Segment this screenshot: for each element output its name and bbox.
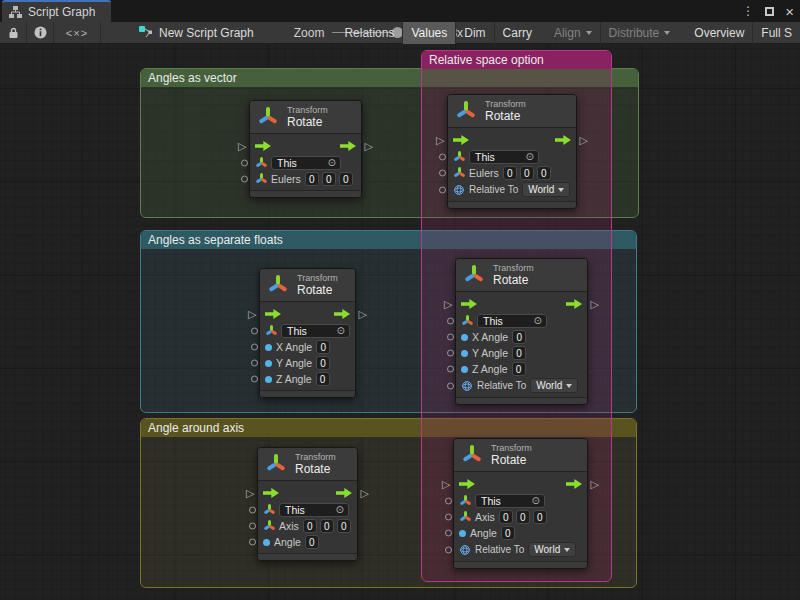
flow-in-arrow-icon[interactable] [459,479,475,489]
tab-script-graph[interactable]: Script Graph [2,0,111,22]
flow-input-port-icon[interactable] [246,488,254,499]
value-input-port-icon[interactable] [447,350,454,357]
object-picker-icon[interactable]: ⊙ [336,505,344,515]
value-field[interactable]: 0 [512,362,526,376]
flow-output-port-icon[interactable] [361,488,369,499]
value-input-port-icon[interactable] [447,366,454,373]
y-value-field[interactable]: 0 [516,510,530,524]
flow-input-port-icon[interactable] [238,141,246,152]
graph-canvas[interactable]: Angles as vector Angles as separate floa… [0,44,800,600]
flow-in-arrow-icon[interactable] [265,309,281,319]
y-value-field[interactable]: 0 [320,519,334,533]
maximize-icon[interactable] [765,7,774,16]
distribute-dropdown-button[interactable]: Distribute [601,22,679,44]
node-header[interactable]: Transform Rotate [456,259,587,292]
object-picker-icon[interactable]: ⊙ [532,496,540,506]
value-field[interactable]: 0 [512,330,526,344]
value-input-port-icon[interactable] [249,539,256,546]
value-input-port-icon[interactable] [251,376,258,383]
value-field[interactable]: 0 [501,526,515,540]
y-value-field[interactable]: 0 [520,166,534,180]
flow-input-port-icon[interactable] [436,135,444,146]
flow-output-port-icon[interactable] [591,479,599,490]
unit-rotate-eulers[interactable]: Transform Rotate This ⊙ [249,100,362,198]
flow-output-port-icon[interactable] [359,309,367,320]
value-input-port-icon[interactable] [241,160,248,167]
overview-button[interactable]: Overview [686,22,752,44]
value-input-port-icon[interactable] [249,523,256,530]
flow-in-arrow-icon[interactable] [263,488,279,498]
flow-input-port-icon[interactable] [442,479,450,490]
flow-output-port-icon[interactable] [580,135,588,146]
flow-out-arrow-icon[interactable] [566,299,582,309]
z-value-field[interactable]: 0 [337,519,351,533]
flow-input-port-icon[interactable] [248,309,256,320]
value-input-port-icon[interactable] [447,382,454,389]
flow-out-arrow-icon[interactable] [566,479,582,489]
unit-rotate-axis-angle[interactable]: Transform Rotate This ⊙ [257,447,358,561]
z-value-field[interactable]: 0 [537,166,551,180]
carry-button[interactable]: Carry [495,22,540,44]
values-button[interactable]: Values [403,22,455,44]
flow-in-arrow-icon[interactable] [255,141,271,151]
value-field[interactable]: 0 [316,356,330,370]
this-object-field[interactable]: This ⊙ [477,314,547,328]
relative-to-dropdown[interactable]: World [528,542,576,557]
flow-out-arrow-icon[interactable] [336,488,352,498]
value-input-port-icon[interactable] [445,498,452,505]
x-value-field[interactable]: 0 [499,510,513,524]
object-picker-icon[interactable]: ⊙ [526,152,534,162]
z-value-field[interactable]: 0 [533,510,547,524]
this-object-field[interactable]: This ⊙ [475,494,545,508]
x-value-field[interactable]: 0 [305,172,319,186]
value-field[interactable]: 0 [305,535,319,549]
close-icon[interactable]: × [785,4,794,19]
this-object-field[interactable]: This ⊙ [281,324,350,338]
relative-to-dropdown[interactable]: World [522,182,570,197]
this-object-field[interactable]: This ⊙ [279,503,349,517]
lock-button[interactable] [0,22,26,43]
flow-output-port-icon[interactable] [591,299,599,310]
this-object-field[interactable]: This ⊙ [469,150,539,164]
node-header[interactable]: Transform Rotate [260,269,355,302]
value-input-port-icon[interactable] [439,186,446,193]
node-header[interactable]: Transform Rotate [448,95,576,128]
info-button[interactable] [27,22,53,43]
group-header[interactable]: Relative space option [422,51,611,69]
value-input-port-icon[interactable] [251,328,258,335]
node-header[interactable]: Transform Rotate [250,101,361,134]
this-object-field[interactable]: This ⊙ [271,156,341,170]
flow-output-port-icon[interactable] [365,141,373,152]
flow-out-arrow-icon[interactable] [555,135,571,145]
value-input-port-icon[interactable] [251,344,258,351]
value-field[interactable]: 0 [316,372,330,386]
flow-in-arrow-icon[interactable] [453,135,469,145]
unit-rotate-floats-relative[interactable]: Transform Rotate This ⊙ [455,258,588,405]
value-field[interactable]: 0 [316,340,330,354]
x-value-field[interactable]: 0 [503,166,517,180]
unit-rotate-floats[interactable]: Transform Rotate This ⊙ [259,268,356,398]
object-picker-icon[interactable]: ⊙ [534,316,542,326]
flow-in-arrow-icon[interactable] [461,299,477,309]
flow-out-arrow-icon[interactable] [334,309,350,319]
dim-button[interactable]: Dim [456,22,493,44]
object-picker-icon[interactable]: ⊙ [328,158,336,168]
new-script-graph-button[interactable]: New Script Graph [133,22,260,43]
node-header[interactable]: Transform Rotate [258,448,357,481]
x-value-field[interactable]: 0 [303,519,317,533]
flow-out-arrow-icon[interactable] [340,141,356,151]
value-input-port-icon[interactable] [447,334,454,341]
code-view-button[interactable]: <×> [54,22,100,43]
relations-button[interactable]: Relations [336,22,402,44]
value-input-port-icon[interactable] [249,507,256,514]
object-picker-icon[interactable]: ⊙ [337,326,345,336]
unit-rotate-eulers-relative[interactable]: Transform Rotate This ⊙ [447,94,577,209]
value-input-port-icon[interactable] [445,514,452,521]
window-menu-icon[interactable]: ⋮ [742,4,754,18]
value-input-port-icon[interactable] [445,546,452,553]
fullscreen-button[interactable]: Full S [753,22,800,44]
unit-rotate-axis-angle-relative[interactable]: Transform Rotate This ⊙ [453,438,588,569]
value-input-port-icon[interactable] [447,318,454,325]
value-input-port-icon[interactable] [445,530,452,537]
value-input-port-icon[interactable] [439,170,446,177]
